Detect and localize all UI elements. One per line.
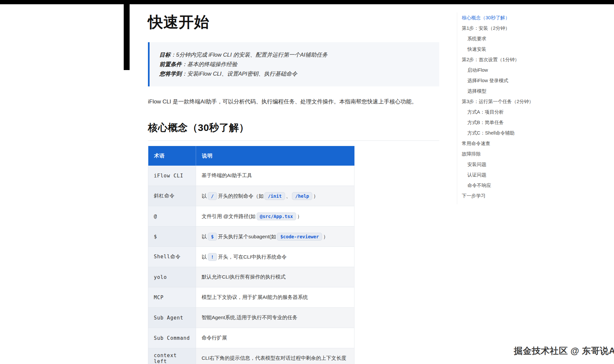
term-cell: context left bbox=[148, 348, 196, 364]
desc-cell: 以/开头的控制命令（如/init、/help） bbox=[196, 186, 354, 206]
toc-item[interactable]: 方式C：Shell命令辅助 bbox=[457, 128, 608, 138]
concepts-table: 术语 说明 iFlow CLI基于终端的AI助手工具斜杠命令以/开头的控制命令（… bbox=[148, 146, 354, 364]
term-cell: Sub Command bbox=[148, 328, 196, 348]
desc-text: 以 bbox=[202, 254, 207, 260]
desc-cell: 以!开头，可在CLI中执行系统命令 bbox=[196, 247, 354, 267]
main-content: 快速开始 目标：5分钟内完成 iFlow CLI 的安装、配置并运行第一个AI辅… bbox=[148, 4, 439, 364]
page-title: 快速开始 bbox=[148, 12, 439, 32]
toc-item[interactable]: 选择模型 bbox=[457, 86, 608, 96]
term-cell: Sub Agent bbox=[148, 308, 196, 328]
note-text: ：基本的终端操作经验 bbox=[182, 61, 237, 67]
table-row: MCP模型上下文协议，用于扩展AI能力的服务器系统 bbox=[148, 287, 354, 308]
toc-item[interactable]: 选择iFlow 登录模式 bbox=[457, 75, 608, 86]
inline-code: /init bbox=[264, 192, 285, 200]
note-line: 您将学到：安装iFlow CLI、设置API密钥、执行基础命令 bbox=[159, 69, 429, 79]
toc-item[interactable]: 命令不响应 bbox=[457, 180, 608, 191]
table-body: iFlow CLI基于终端的AI助手工具斜杠命令以/开头的控制命令（如/init… bbox=[148, 166, 354, 364]
inline-code: $code-reviewer bbox=[277, 233, 322, 241]
term-cell: MCP bbox=[148, 287, 196, 308]
watermark: 掘金技术社区 @ 东哥说AI bbox=[514, 345, 614, 357]
desc-text: CLI右下角的提示信息，代表模型在对话过程中剩余的上下文长度 bbox=[202, 355, 347, 361]
desc-cell: 模型上下文协议，用于扩展AI能力的服务器系统 bbox=[196, 287, 354, 308]
table-header-row: 术语 说明 bbox=[148, 146, 354, 166]
desc-text: 模型上下文协议，用于扩展AI能力的服务器系统 bbox=[202, 294, 308, 300]
desc-text: 命令行扩展 bbox=[202, 335, 227, 340]
desc-text: ） bbox=[323, 234, 328, 239]
desc-text: 默认允许CLI执行所有操作的执行模式 bbox=[202, 274, 286, 280]
desc-cell: 文件引用 @文件路径(如@src/App.tsx） bbox=[196, 206, 354, 227]
table-row: context leftCLI右下角的提示信息，代表模型在对话过程中剩余的上下文… bbox=[148, 348, 354, 364]
toc-item[interactable]: 常用命令速查 bbox=[457, 138, 608, 149]
note-text: ：5分钟内完成 iFlow CLI 的安装、配置并运行第一个AI辅助任务 bbox=[171, 52, 328, 58]
term-cell: @ bbox=[148, 206, 196, 227]
toc-item[interactable]: 认证问题 bbox=[457, 170, 608, 180]
top-black-bar bbox=[0, 0, 614, 4]
inline-code: @src/App.tsx bbox=[257, 212, 296, 220]
toc-item[interactable]: 故障排除 bbox=[457, 149, 608, 159]
desc-text: 基于终端的AI助手工具 bbox=[202, 173, 252, 178]
term-cell: iFlow CLI bbox=[148, 166, 196, 186]
intro-paragraph: iFlow CLI 是一款终端AI助手，可以分析代码、执行编程任务、处理文件操作… bbox=[148, 98, 439, 106]
table-row: Sub Command命令行扩展 bbox=[148, 328, 354, 348]
column-header-desc: 说明 bbox=[196, 146, 354, 166]
toc-item[interactable]: 系统要求 bbox=[457, 33, 608, 44]
toc-sidebar: 核心概念（30秒了解）第1步：安装（2分钟）系统要求快速安装第2步：首次设置（1… bbox=[457, 12, 608, 204]
table-row: $以$开头执行某个subagent(如$code-reviewer） bbox=[148, 227, 354, 247]
table-row: @文件引用 @文件路径(如@src/App.tsx） bbox=[148, 206, 354, 227]
toc-item[interactable]: 方式B：简单任务 bbox=[457, 117, 608, 128]
toc-item[interactable]: 下一步学习 bbox=[457, 191, 608, 201]
desc-cell: CLI右下角的提示信息，代表模型在对话过程中剩余的上下文长度 bbox=[196, 348, 354, 364]
term-cell: yolo bbox=[148, 267, 196, 287]
desc-cell: 智能Agent系统,适用于执行不同专业的任务 bbox=[196, 308, 354, 328]
table-row: 斜杠命令以/开头的控制命令（如/init、/help） bbox=[148, 186, 354, 206]
inline-code: / bbox=[208, 192, 217, 200]
note-label: 目标 bbox=[159, 52, 171, 58]
toc-item[interactable]: 第3步：运行第一个任务（2分钟） bbox=[457, 96, 608, 107]
section-heading: 核心概念（30秒了解） bbox=[148, 121, 439, 141]
note-label: 前置条件 bbox=[159, 61, 182, 67]
desc-text: 以 bbox=[202, 193, 207, 199]
left-black-strip bbox=[124, 0, 130, 70]
term-cell: Shell命令 bbox=[148, 247, 196, 267]
toc-item[interactable]: 安装问题 bbox=[457, 159, 608, 170]
table-row: iFlow CLI基于终端的AI助手工具 bbox=[148, 166, 354, 186]
desc-cell: 以$开头执行某个subagent(如$code-reviewer） bbox=[196, 227, 354, 247]
desc-text: ） bbox=[297, 213, 302, 219]
desc-text: 、 bbox=[286, 193, 291, 199]
table-row: Sub Agent智能Agent系统,适用于执行不同专业的任务 bbox=[148, 308, 354, 328]
inline-code: $ bbox=[208, 233, 217, 241]
desc-text: 开头，可在CLI中执行系统命令 bbox=[218, 254, 287, 260]
toc-item[interactable]: 核心概念（30秒了解） bbox=[457, 12, 608, 23]
inline-code: ! bbox=[208, 253, 217, 261]
desc-text: 智能Agent系统,适用于执行不同专业的任务 bbox=[202, 315, 298, 320]
note-line: 前置条件：基本的终端操作经验 bbox=[159, 60, 429, 69]
toc-item[interactable]: 第2步：首次设置（1分钟） bbox=[457, 54, 608, 65]
table-row: yolo默认允许CLI执行所有操作的执行模式 bbox=[148, 267, 354, 287]
column-header-term: 术语 bbox=[148, 146, 196, 166]
note-text: ：安装iFlow CLI、设置API密钥、执行基础命令 bbox=[182, 71, 297, 77]
goal-note: 目标：5分钟内完成 iFlow CLI 的安装、配置并运行第一个AI辅助任务 前… bbox=[148, 42, 439, 86]
desc-text: 开头执行某个subagent(如 bbox=[218, 234, 276, 239]
desc-text: 开头的控制命令（如 bbox=[218, 193, 264, 199]
note-line: 目标：5分钟内完成 iFlow CLI 的安装、配置并运行第一个AI辅助任务 bbox=[159, 50, 429, 60]
inline-code: /help bbox=[292, 192, 312, 200]
desc-text: 以 bbox=[202, 234, 207, 239]
desc-cell: 命令行扩展 bbox=[196, 328, 354, 348]
desc-cell: 基于终端的AI助手工具 bbox=[196, 166, 354, 186]
toc-item[interactable]: 启动iFlow bbox=[457, 65, 608, 75]
term-cell: 斜杠命令 bbox=[148, 186, 196, 206]
desc-text: ） bbox=[313, 193, 318, 199]
term-cell: $ bbox=[148, 227, 196, 247]
desc-cell: 默认允许CLI执行所有操作的执行模式 bbox=[196, 267, 354, 287]
toc-item[interactable]: 方式A：项目分析 bbox=[457, 107, 608, 117]
toc-item[interactable]: 快速安装 bbox=[457, 44, 608, 54]
table-row: Shell命令以!开头，可在CLI中执行系统命令 bbox=[148, 247, 354, 267]
note-label: 您将学到 bbox=[159, 71, 182, 77]
desc-text: 文件引用 @文件路径(如 bbox=[202, 213, 256, 219]
toc-item[interactable]: 第1步：安装（2分钟） bbox=[457, 23, 608, 33]
